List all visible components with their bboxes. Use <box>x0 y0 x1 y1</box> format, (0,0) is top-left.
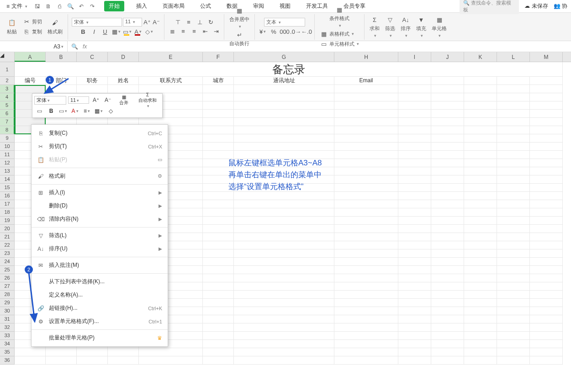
align-bottom-icon[interactable]: ⊥ <box>196 18 204 26</box>
cell[interactable] <box>334 282 398 291</box>
cell[interactable] <box>234 126 334 134</box>
cell[interactable] <box>431 315 464 323</box>
cell[interactable] <box>530 110 563 118</box>
cell[interactable] <box>530 101 563 110</box>
ctx-item[interactable]: 🔗超链接(H)...Ctrl+K <box>32 302 168 315</box>
cell[interactable] <box>497 307 530 315</box>
cell[interactable] <box>203 143 234 151</box>
cell[interactable] <box>234 307 334 315</box>
cell[interactable] <box>203 291 234 299</box>
ctx-item[interactable]: ✉插入批注(M) <box>32 259 168 272</box>
ctx-item[interactable]: 定义名称(A)... <box>32 288 168 302</box>
cell[interactable] <box>431 356 464 365</box>
mini-fill-color-button[interactable]: ▭▾ <box>58 106 68 116</box>
cell[interactable] <box>234 192 334 200</box>
mini-dec-font-icon[interactable]: A⁻ <box>103 95 113 105</box>
cell[interactable] <box>334 151 398 159</box>
cell[interactable] <box>464 93 497 101</box>
row-header[interactable]: 27 <box>0 282 15 291</box>
cell[interactable] <box>234 282 334 291</box>
cell[interactable] <box>497 159 530 167</box>
cell[interactable] <box>234 225 334 233</box>
cell[interactable] <box>108 356 139 365</box>
ctx-item[interactable]: ⌫清除内容(N)▶ <box>32 212 168 226</box>
row-header[interactable]: 19 <box>0 217 15 225</box>
cell[interactable] <box>530 258 563 266</box>
cell[interactable] <box>203 340 234 348</box>
cell[interactable] <box>431 192 464 200</box>
cell[interactable] <box>398 299 431 307</box>
cell[interactable] <box>234 332 334 340</box>
cell[interactable] <box>334 184 398 192</box>
row-header[interactable]: 36 <box>0 356 15 365</box>
col-header-I[interactable]: I <box>398 52 431 62</box>
mini-merge-button[interactable]: ▦合并 <box>115 95 133 105</box>
cell[interactable] <box>398 233 431 241</box>
filter-button[interactable]: ▽筛选▾ <box>384 15 397 38</box>
cell[interactable]: 通讯地址 <box>234 77 334 85</box>
cell[interactable] <box>203 241 234 249</box>
cell[interactable] <box>497 85 530 93</box>
cell[interactable] <box>334 175 398 184</box>
font-size-select[interactable]: 11 ▾ <box>123 18 142 26</box>
cell[interactable] <box>46 348 77 356</box>
mini-inc-font-icon[interactable]: A⁺ <box>91 95 101 105</box>
cell[interactable] <box>464 249 497 258</box>
cell[interactable] <box>464 217 497 225</box>
col-header-K[interactable]: K <box>464 52 497 62</box>
row-header[interactable]: 28 <box>0 291 15 299</box>
ctx-item[interactable]: ⚙设置单元格格式(F)...Ctrl+1 <box>32 315 168 328</box>
cell[interactable] <box>203 93 234 101</box>
cell[interactable] <box>234 208 334 217</box>
cell[interactable] <box>46 85 77 93</box>
cell[interactable] <box>497 200 530 208</box>
cell[interactable] <box>464 340 497 348</box>
cell[interactable] <box>234 274 334 282</box>
cell[interactable] <box>203 118 234 126</box>
row-header[interactable]: 26 <box>0 274 15 282</box>
cell[interactable] <box>398 249 431 258</box>
cell[interactable] <box>398 85 431 93</box>
cell[interactable] <box>497 93 530 101</box>
row-header[interactable]: 5 <box>0 101 15 110</box>
cell[interactable] <box>431 200 464 208</box>
merge-button[interactable]: ▦合并居中▾ <box>228 6 251 29</box>
name-box[interactable]: A3 ▾ <box>0 41 68 52</box>
cell[interactable] <box>497 299 530 307</box>
cell[interactable] <box>464 356 497 365</box>
cell[interactable] <box>334 266 398 274</box>
cell[interactable] <box>497 77 530 85</box>
cell[interactable] <box>497 101 530 110</box>
cell[interactable] <box>431 249 464 258</box>
row-header[interactable]: 22 <box>0 241 15 249</box>
cell[interactable] <box>497 175 530 184</box>
cell[interactable] <box>203 348 234 356</box>
comma-icon[interactable]: 000 <box>280 27 289 36</box>
cell[interactable] <box>431 118 464 126</box>
cell[interactable] <box>530 348 563 356</box>
cell[interactable] <box>530 241 563 249</box>
cell[interactable] <box>234 143 334 151</box>
collab-button[interactable]: 👥 协 <box>554 2 567 10</box>
row-header[interactable]: 29 <box>0 299 15 307</box>
col-header-J[interactable]: J <box>431 52 464 62</box>
cell[interactable] <box>203 208 234 217</box>
cell[interactable] <box>530 217 563 225</box>
row-header[interactable]: 34 <box>0 340 15 348</box>
indent-inc-icon[interactable]: ⇥ <box>212 27 220 36</box>
save-as-icon[interactable]: 🗎 <box>45 3 52 10</box>
cell[interactable] <box>431 307 464 315</box>
cell[interactable] <box>497 151 530 159</box>
ctx-item[interactable]: ⎘复制(C)Ctrl+C <box>32 127 168 140</box>
cell[interactable] <box>497 266 530 274</box>
cell[interactable] <box>398 348 431 356</box>
cell[interactable] <box>497 184 530 192</box>
save-icon[interactable]: 🖫 <box>34 3 41 10</box>
cell[interactable] <box>203 134 234 143</box>
cell[interactable] <box>398 200 431 208</box>
preview-icon[interactable]: 🔍 <box>67 3 74 10</box>
cell[interactable] <box>203 85 234 93</box>
cell[interactable] <box>203 315 234 323</box>
cell[interactable] <box>464 151 497 159</box>
orientation-icon[interactable]: ↻ <box>206 18 215 26</box>
